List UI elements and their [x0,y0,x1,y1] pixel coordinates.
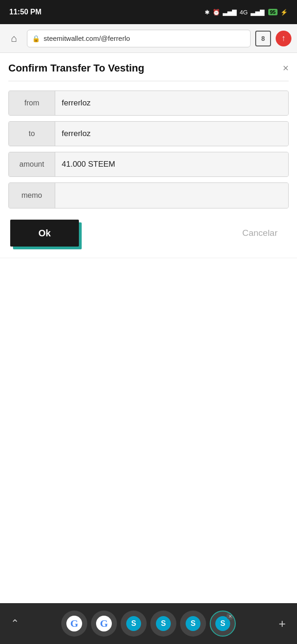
share-button[interactable]: ↑ [276,31,291,46]
tab-favicon-4: S [156,616,171,631]
memo-value [55,183,288,208]
tab-close-icon[interactable]: ✕ [226,612,234,620]
memo-label: memo [9,183,55,208]
tab-item-3[interactable]: S [121,611,147,637]
from-value: ferrerloz [55,91,288,115]
battery-indicator: 95 [268,9,278,15]
lock-icon: 🔒 [32,35,40,42]
url-bar[interactable]: 🔒 steemitwallet.com/@ferrerlo [27,30,251,47]
signal-icon-2: ▃▅▇ [251,9,265,16]
tab-icons-row: G G S S S S ✕ [61,611,236,637]
plus-icon: + [278,617,285,631]
url-text: steemitwallet.com/@ferrerlo [44,34,130,42]
upload-icon: ↑ [282,33,286,43]
tab-favicon-1: G [66,616,82,631]
amount-label: amount [9,152,55,176]
tab-favicon-5: S [186,616,200,631]
tab-favicon-2: G [96,616,112,631]
memo-field: memo [8,182,289,208]
tabs-button[interactable]: 8 [255,31,271,46]
tab-favicon-3: S [126,616,141,631]
google-icon-1: G [70,618,78,630]
bluetooth-icon: ✱ [205,9,210,16]
dialog-divider [8,81,289,81]
status-bar: 11:50 PM ✱ ⏰ ▃▅▇ 4G ▃▅▇ 95 ⚡ [0,0,297,24]
buttons-row: Ok Cancelar [8,220,289,247]
to-field: to ferrerloz [8,121,289,146]
ok-button[interactable]: Ok [10,220,79,247]
amount-value: 41.000 STEEM [55,152,288,176]
to-label: to [9,122,55,146]
network-4g-label: 4G [239,9,247,16]
content-area [0,258,297,537]
tab-item-6-active[interactable]: S ✕ [210,611,236,637]
tab-item-2[interactable]: G [91,611,117,637]
from-label: from [9,91,55,115]
to-value: ferrerloz [55,122,288,146]
tab-item-1[interactable]: G [61,611,87,637]
tab-arrow-button[interactable]: ⌃ [5,613,25,634]
status-icons: ✱ ⏰ ▃▅▇ 4G ▃▅▇ 95 ⚡ [205,9,288,16]
amount-field: amount 41.000 STEEM [8,152,289,177]
ok-button-wrapper: Ok [10,220,79,247]
tab-item-5[interactable]: S [180,611,206,637]
browser-bar: ⌂ 🔒 steemitwallet.com/@ferrerlo 8 ↑ [0,24,297,53]
dialog-header: Confirm Transfer To Vesting × [8,62,289,74]
google-icon-2: G [100,618,108,630]
alarm-icon: ⏰ [213,9,220,16]
tab-count: 8 [261,35,265,42]
cancel-button[interactable]: Cancelar [233,223,287,243]
close-button[interactable]: × [283,63,289,73]
charging-icon: ⚡ [280,9,288,16]
from-field: from ferrerloz [8,91,289,116]
arrow-up-icon: ⌃ [11,618,19,630]
signal-icon: ▃▅▇ [223,9,237,16]
tab-bar: ⌃ G G S S S S ✕ + [0,603,297,644]
home-button[interactable]: ⌂ [6,30,22,47]
dialog-title: Confirm Transfer To Vesting [8,62,144,74]
status-time: 11:50 PM [9,8,41,16]
new-tab-button[interactable]: + [272,613,292,634]
confirm-dialog: Confirm Transfer To Vesting × from ferre… [0,53,297,258]
tab-item-4[interactable]: S [150,611,176,637]
